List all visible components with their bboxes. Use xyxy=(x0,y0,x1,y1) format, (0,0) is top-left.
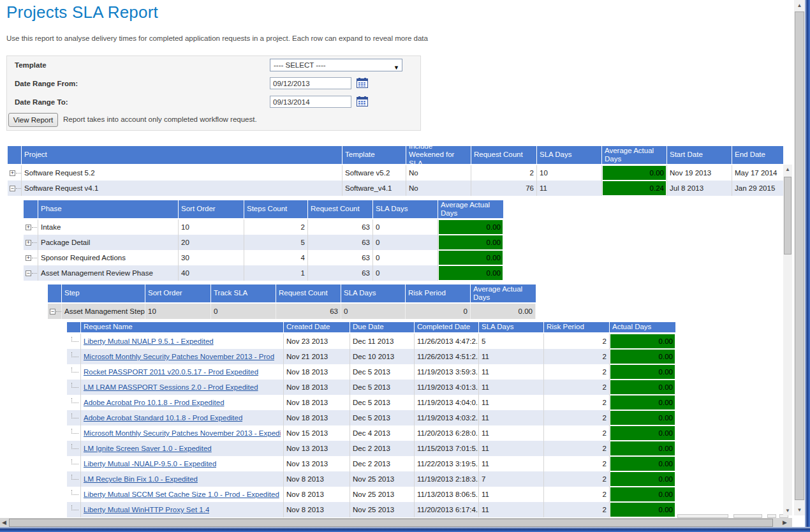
row-expander-cell[interactable]: + xyxy=(24,219,38,235)
row-expander-cell[interactable]: − xyxy=(24,265,38,281)
scroll-up-icon[interactable]: ▲ xyxy=(783,166,792,172)
requests-cell-completed-date: 11/26/2013 4:51:2... xyxy=(415,349,479,364)
requests-cell-sla-days: 11 xyxy=(479,502,544,517)
requests-row: Liberty Mutual SCCM Set Cache Size 1.0 -… xyxy=(67,487,675,502)
steps-col-risk-period: Risk Period xyxy=(406,284,471,302)
calendar-icon[interactable] xyxy=(357,78,369,89)
requests-cell-actual-days: 0.00 xyxy=(610,441,675,456)
hscroll-thumb[interactable] xyxy=(9,519,773,527)
report-vertical-scrollbar[interactable]: ▲ ▼ xyxy=(783,165,792,515)
phases-cell-request-count: 63 xyxy=(308,250,373,265)
request-name-link[interactable]: Microsoft Monthly Security Patches Novem… xyxy=(84,353,274,360)
scroll-left-icon[interactable]: ◀ xyxy=(2,519,6,526)
request-name-link[interactable]: Rocket PASSPORT 2011 v20.0.5.17 - Prod E… xyxy=(84,368,258,376)
row-expander-cell[interactable]: + xyxy=(24,235,38,250)
template-select[interactable]: ---- SELECT ---- ▼ xyxy=(270,59,402,71)
report-vscroll-thumb[interactable] xyxy=(784,177,792,255)
browser-vscroll-thumb[interactable] xyxy=(795,11,804,500)
request-name-link[interactable]: Adobe Acrobat Pro 10.1.8 - Prod Expedite… xyxy=(84,399,225,406)
tree-leaf-icon xyxy=(71,383,78,388)
projects-col-sla-days: SLA Days xyxy=(537,146,602,164)
projects-row: −Software Request v4.1Software_v4.1No761… xyxy=(8,181,783,196)
steps-col-sla-days: SLA Days xyxy=(341,284,406,302)
tree-leaf-icon xyxy=(71,413,78,418)
requests-cell-due-date: Dec 2 2013 xyxy=(350,441,415,456)
request-name-link[interactable]: LM LRAM PASSPORT Sessions 2.0 - Prod Exp… xyxy=(84,383,258,391)
row-expander-cell[interactable]: + xyxy=(24,250,38,265)
tree-leaf-icon xyxy=(71,429,78,434)
expand-plus-icon[interactable]: + xyxy=(26,225,31,230)
collapse-minus-icon[interactable]: − xyxy=(50,309,55,314)
calendar-icon[interactable] xyxy=(357,96,369,107)
projects-col-request-count: Request Count xyxy=(471,146,537,164)
date-from-input[interactable] xyxy=(270,77,351,89)
horizontal-scrollbar[interactable]: ◀ ▶ xyxy=(0,518,792,528)
projects-col-start-date: Start Date xyxy=(667,146,732,164)
phases-cell-sort-order: 40 xyxy=(179,265,244,281)
row-leaf-cell xyxy=(67,349,81,364)
date-to-input[interactable] xyxy=(270,96,351,108)
requests-cell-due-date: Dec 11 2013 xyxy=(350,334,415,349)
report-note: Report takes into account only completed… xyxy=(63,115,257,123)
request-name-link[interactable]: Microsoft Monthly Security Patches Novem… xyxy=(84,429,281,437)
row-expander-cell[interactable]: + xyxy=(8,165,22,181)
projects-cell-template: Software v5.2 xyxy=(342,165,406,181)
requests-cell-risk-period: 2 xyxy=(544,410,610,425)
requests-cell-completed-date: 11/19/2013 3:59:3... xyxy=(415,364,479,380)
request-name-link[interactable]: Liberty Mutual WinHTTP Proxy Set 1.4 xyxy=(84,506,209,514)
request-name-link[interactable]: Liberty Mutual NUALP 9.5.1 - Expedited xyxy=(84,337,214,345)
projects-cell-start-date: Nov 19 2013 xyxy=(667,165,732,181)
phases-cell-average-actual-days: 0.00 xyxy=(438,235,503,250)
requests-row: Liberty Mutual WinHTTP Proxy Set 1.4Nov … xyxy=(67,502,675,517)
template-select-value: ---- SELECT ---- xyxy=(274,61,326,69)
request-name-link[interactable]: LM Ignite Screen Saver 1.0 - Expedited xyxy=(84,445,212,452)
steps-table: StepSort OrderTrack SLARequest CountSLA … xyxy=(48,284,536,319)
request-name-link[interactable]: Liberty Mutual SCCM Set Cache Size 1.0 -… xyxy=(84,491,279,498)
collapse-minus-icon[interactable]: − xyxy=(10,186,15,191)
request-name-link[interactable]: LM Recycle Bin Fix 1.0 - Expedited xyxy=(84,475,198,483)
collapse-minus-icon[interactable]: − xyxy=(26,270,31,276)
phases-cell-phase: Sponsor Required Actions xyxy=(38,250,179,265)
projects-cell-project: Software Request 5.2 xyxy=(22,165,342,181)
scroll-down-icon[interactable]: ▼ xyxy=(794,507,805,513)
steps-cell-request-count: 63 xyxy=(276,304,341,319)
tree-leaf-icon xyxy=(71,337,78,342)
request-name-cell: Adobe Acrobat Standard 10.1.8 - Prod Exp… xyxy=(81,410,284,425)
requests-cell-sla-days: 5 xyxy=(479,334,544,349)
template-label: Template xyxy=(15,61,47,69)
browser-vertical-scrollbar[interactable]: ▲ ▼ xyxy=(794,0,805,515)
requests-row: LM Ignite Screen Saver 1.0 - ExpeditedNo… xyxy=(67,441,675,456)
requests-cell-actual-days: 0.00 xyxy=(610,364,675,380)
expand-plus-icon[interactable]: + xyxy=(10,170,15,176)
scroll-right-icon[interactable]: ▶ xyxy=(783,519,787,526)
projects-cell-end-date: May 17 2014 xyxy=(732,165,783,181)
requests-cell-risk-period: 2 xyxy=(544,334,610,349)
projects-cell-start-date: Jul 8 2013 xyxy=(667,181,732,196)
projects-cell-average-actual-days: 0.24 xyxy=(602,181,667,196)
requests-col-completed-date: Completed Date xyxy=(415,322,479,332)
phases-col-steps-count: Steps Count xyxy=(244,200,308,218)
scroll-up-icon[interactable]: ▲ xyxy=(794,3,805,8)
tree-line xyxy=(16,188,21,189)
projects-col-project: Project xyxy=(22,146,342,164)
expand-plus-icon[interactable]: + xyxy=(26,255,31,261)
requests-cell-created-date: Nov 18 2013 xyxy=(284,364,350,380)
request-name-link[interactable]: Liberty Mutual -NUALP-9.5.0 - Expedited xyxy=(84,460,216,468)
requests-row: Microsoft Monthly Security Patches Novem… xyxy=(67,349,675,364)
view-report-button[interactable]: View Report xyxy=(8,113,58,127)
scroll-down-icon[interactable]: ▼ xyxy=(783,508,792,514)
projects-col-include-weekened-for-sla: Include Weekened for SLA xyxy=(406,146,471,164)
phases-col-average-actual-days: Average Actual Days xyxy=(438,200,503,218)
requests-cell-completed-date: 11/20/2013 6:28:0... xyxy=(415,425,479,441)
request-name-cell: Microsoft Monthly Security Patches Novem… xyxy=(81,349,284,364)
expand-plus-icon[interactable]: + xyxy=(26,240,31,246)
phases-col-col xyxy=(24,200,38,218)
requests-cell-due-date: Dec 4 2013 xyxy=(350,425,415,441)
row-expander-cell[interactable]: − xyxy=(8,181,22,196)
row-expander-cell[interactable]: − xyxy=(48,304,62,319)
request-name-link[interactable]: Adobe Acrobat Standard 10.1.8 - Prod Exp… xyxy=(84,414,242,422)
phases-row: +Package Detail2056300.00 xyxy=(24,235,503,250)
tree-line xyxy=(32,242,37,243)
requests-cell-actual-days: 0.00 xyxy=(610,471,675,487)
requests-cell-created-date: Nov 18 2013 xyxy=(284,395,350,410)
